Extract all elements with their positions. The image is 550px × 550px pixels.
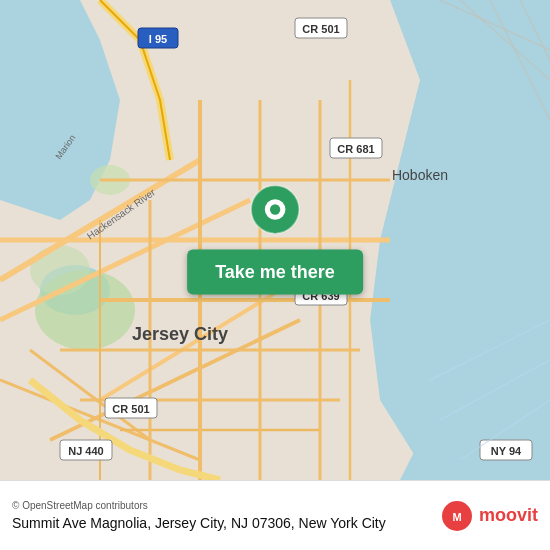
nj440-label: NJ 440 <box>68 445 103 457</box>
info-bar: © OpenStreetMap contributors Summit Ave … <box>0 480 550 550</box>
moovit-brand-label: moovit <box>479 505 538 526</box>
cr501-top-label: CR 501 <box>302 23 339 35</box>
moovit-logo: M moovit <box>441 500 538 532</box>
button-overlay: Take me there <box>187 186 363 295</box>
cr681-label: CR 681 <box>337 143 374 155</box>
address-text: Summit Ave Magnolia, Jersey City, NJ 073… <box>12 515 386 531</box>
i95-label: I 95 <box>149 33 167 45</box>
ny94-label: NY 94 <box>491 445 522 457</box>
svg-point-5 <box>30 245 90 295</box>
svg-point-42 <box>270 204 280 214</box>
svg-text:M: M <box>452 511 461 523</box>
hoboken-label: Hoboken <box>392 167 448 183</box>
moovit-icon: M <box>441 500 473 532</box>
osm-attribution: © OpenStreetMap contributors <box>12 500 386 511</box>
take-me-there-button[interactable]: Take me there <box>187 250 363 295</box>
cr501-bottom-label: CR 501 <box>112 403 149 415</box>
location-pin-icon <box>245 186 305 246</box>
map-container: CR 501 CR 681 I 95 CR 639 CR 501 NJ 440 … <box>0 0 550 480</box>
jersey-city-label: Jersey City <box>132 324 228 344</box>
hackensack-river-label: Hackensack River <box>85 186 158 242</box>
info-left: © OpenStreetMap contributors Summit Ave … <box>12 500 386 531</box>
